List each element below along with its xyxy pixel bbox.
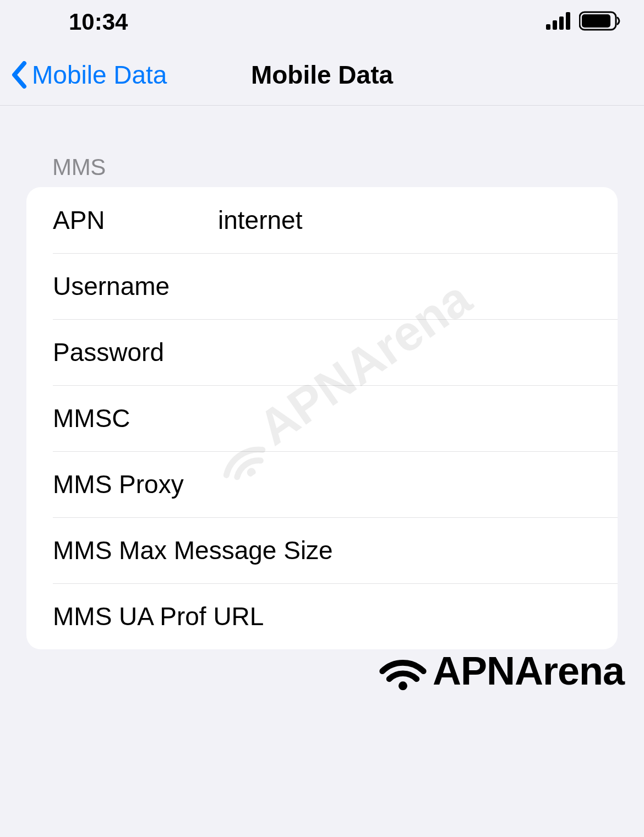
status-icons-group bbox=[546, 11, 622, 33]
row-mmsc[interactable]: MMSC bbox=[26, 385, 618, 451]
nav-bar: Mobile Data Mobile Data bbox=[0, 44, 644, 106]
row-mms-proxy[interactable]: MMS Proxy bbox=[26, 451, 618, 517]
watermark-logo: APNArena bbox=[378, 648, 624, 694]
back-button[interactable]: Mobile Data bbox=[10, 60, 167, 90]
svg-rect-0 bbox=[546, 24, 550, 30]
svg-rect-3 bbox=[566, 12, 570, 30]
battery-icon bbox=[579, 11, 622, 33]
apn-label: APN bbox=[53, 205, 218, 235]
row-mms-ua-prof-url[interactable]: MMS UA Prof URL bbox=[26, 583, 618, 649]
username-label: Username bbox=[53, 271, 218, 301]
row-username[interactable]: Username bbox=[26, 253, 618, 319]
mms-max-message-size-label: MMS Max Message Size bbox=[53, 535, 591, 565]
status-bar: 10:34 bbox=[0, 0, 644, 44]
username-field[interactable] bbox=[218, 271, 591, 301]
svg-rect-1 bbox=[553, 20, 557, 30]
mmsc-label: MMSC bbox=[53, 403, 218, 433]
mms-settings-group: APN Username Password MMSC MMS Proxy MMS… bbox=[26, 187, 618, 649]
apn-field[interactable] bbox=[218, 205, 591, 235]
chevron-left-icon bbox=[10, 61, 28, 89]
row-mms-max-message-size[interactable]: MMS Max Message Size bbox=[26, 517, 618, 583]
svg-rect-2 bbox=[559, 17, 564, 30]
mmsc-field[interactable] bbox=[218, 403, 591, 433]
row-apn[interactable]: APN bbox=[26, 187, 618, 253]
svg-point-7 bbox=[399, 681, 407, 690]
cellular-signal-icon bbox=[546, 12, 572, 32]
watermark-text: APNArena bbox=[433, 648, 624, 693]
password-field[interactable] bbox=[218, 337, 591, 367]
back-button-label: Mobile Data bbox=[32, 60, 167, 90]
page-title: Mobile Data bbox=[251, 60, 393, 90]
mms-ua-prof-url-label: MMS UA Prof URL bbox=[53, 601, 591, 631]
status-time: 10:34 bbox=[69, 9, 128, 35]
section-header-mms: MMS bbox=[0, 106, 644, 187]
wifi-icon bbox=[378, 648, 428, 694]
row-password[interactable]: Password bbox=[26, 319, 618, 385]
mms-proxy-label: MMS Proxy bbox=[53, 469, 591, 499]
svg-rect-5 bbox=[582, 14, 610, 28]
password-label: Password bbox=[53, 337, 218, 367]
